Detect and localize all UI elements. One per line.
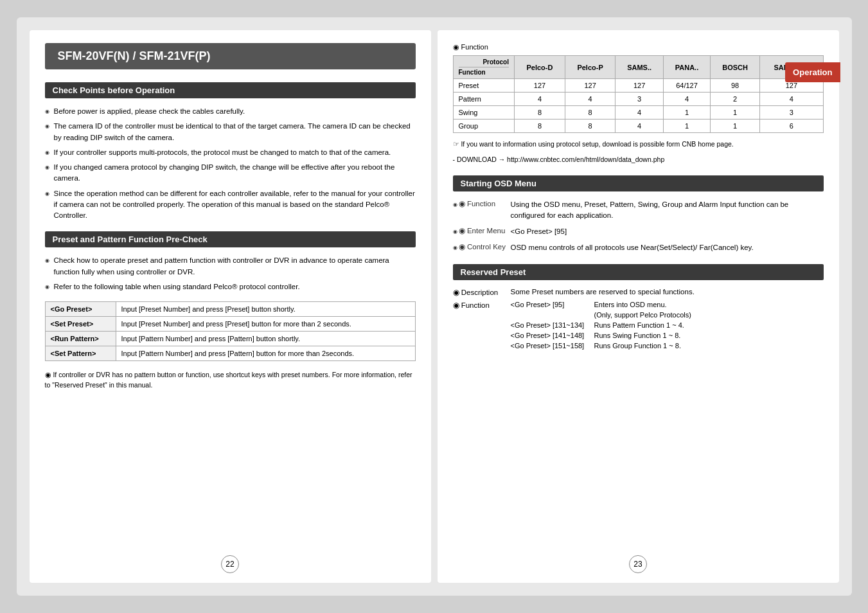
- reserved-val: Runs Pattern Function 1 ~ 4.: [594, 321, 824, 329]
- table-cell: 4: [616, 106, 664, 120]
- osd-enter-label: ◉ Enter Menu: [453, 226, 511, 237]
- osd-control-content: OSD menu controls of all protocols use N…: [511, 242, 824, 253]
- col-pelco-p: Pelco-P: [565, 56, 615, 79]
- list-item: Check how to operate preset and pattern …: [45, 255, 416, 278]
- row-name: Group: [453, 120, 514, 133]
- osd-enter-content: <Go Preset> [95]: [511, 226, 824, 237]
- page-header: SFM-20VF(N) / SFM-21VF(P): [45, 43, 416, 69]
- table-cell: 127: [616, 79, 664, 93]
- reserved-section: Reserved Preset ◉ Description Some Prese…: [453, 264, 824, 352]
- table-header-row: Protocol Function Pelco-D Pelco-P SAMS..…: [453, 56, 823, 79]
- reserved-func-content: <Go Preset> [95] Enters into OSD menu. (…: [511, 301, 824, 352]
- table-cell: <Go Preset>: [45, 302, 116, 317]
- page-title: SFM-20VF(N) / SFM-21VF(P): [58, 49, 211, 62]
- osd-row-control-key: ◉ Control Key OSD menu controls of all p…: [453, 242, 824, 253]
- table-cell: Input [Preset Number] and press [Preset]…: [116, 317, 415, 332]
- reserved-val: Enters into OSD menu.: [594, 301, 824, 308]
- table-cell: Input [Preset Number] and press [Preset]…: [116, 302, 415, 317]
- reserved-inner-4: <Go Preset> [151~158] Runs Group Functio…: [511, 342, 824, 350]
- table-cell: <Set Preset>: [45, 317, 116, 332]
- reserved-key: [511, 311, 594, 319]
- reserved-func-row: ◉ Function <Go Preset> [95] Enters into …: [453, 301, 824, 352]
- osd-row-enter-menu: ◉ Enter Menu <Go Preset> [95]: [453, 226, 824, 237]
- check-points-heading: Check Points before Operation: [45, 82, 416, 98]
- list-item: The camera ID of the controller must be …: [45, 121, 416, 143]
- preset-note: ◉ If controller or DVR has no pattern bu…: [45, 370, 416, 391]
- table-cell: 127: [514, 79, 565, 93]
- col-pelco-d: Pelco-D: [514, 56, 565, 79]
- page-number-left: 22: [221, 555, 239, 573]
- table-cell: 4: [664, 93, 711, 106]
- page-number-right: 23: [629, 555, 647, 573]
- table-row: <Run Pattern> Input [Pattern Number] and…: [45, 332, 415, 346]
- table-row: Pattern 4 4 3 4 2 4: [453, 93, 823, 106]
- osd-row-function: ◉ Function Using the OSD menu, Preset, P…: [453, 199, 824, 222]
- protocol-label: Protocol: [459, 58, 509, 66]
- preset-pattern-heading: Preset and Pattern Function Pre-Check: [45, 231, 416, 247]
- table-cell: 4: [514, 93, 565, 106]
- list-item: If you changed camera protocol by changi…: [45, 162, 416, 184]
- table-row: <Set Preset> Input [Preset Number] and p…: [45, 317, 415, 332]
- list-item: Before power is applied, please check th…: [45, 106, 416, 117]
- table-cell: 1: [710, 106, 759, 120]
- function-label: ◉ Function: [453, 43, 824, 51]
- page-container: SFM-20VF(N) / SFM-21VF(P) Check Points b…: [17, 17, 852, 596]
- table-row: Preset 127 127 127 64/127 98 127: [453, 79, 823, 93]
- function-table: Protocol Function Pelco-D Pelco-P SAMS..…: [453, 55, 824, 133]
- osd-function-content: Using the OSD menu, Preset, Pattern, Swi…: [511, 199, 824, 222]
- osd-function-label: ◉ Function: [453, 199, 511, 222]
- table-row: Group 8 8 4 1 1 6: [453, 120, 823, 133]
- osd-control-label: ◉ Control Key: [453, 242, 511, 253]
- table-row: <Go Preset> Input [Preset Number] and pr…: [45, 302, 415, 317]
- table-cell: 8: [514, 120, 565, 133]
- row-name: Pattern: [453, 93, 514, 106]
- check-points-list: Before power is applied, please check th…: [45, 106, 416, 221]
- table-cell: 127: [565, 79, 615, 93]
- reserved-desc-row: ◉ Description Some Preset numbers are re…: [453, 288, 824, 297]
- row-name: Preset: [453, 79, 514, 93]
- reserved-func-label: ◉ Function: [453, 301, 511, 310]
- reserved-key: <Go Preset> [95]: [511, 301, 594, 308]
- reserved-val: Runs Group Function 1 ~ 8.: [594, 342, 824, 350]
- check-points-section: Check Points before Operation Before pow…: [45, 82, 416, 221]
- table-cell: 8: [565, 120, 615, 133]
- reserved-inner-3: <Go Preset> [141~148] Runs Swing Functio…: [511, 332, 824, 339]
- table-cell: Input [Pattern Number] and press [Patter…: [116, 346, 415, 361]
- reserved-desc-label: ◉ Description: [453, 288, 511, 297]
- table-cell: 4: [616, 120, 664, 133]
- reserved-heading: Reserved Preset: [453, 264, 824, 280]
- reserved-key: <Go Preset> [151~158]: [511, 342, 594, 350]
- preset-pattern-list: Check how to operate preset and pattern …: [45, 255, 416, 292]
- table-cell: 3: [760, 106, 823, 120]
- reserved-key: <Go Preset> [141~148]: [511, 332, 594, 339]
- function-section: ◉ Function Protocol Function Pelco-D Pel…: [453, 43, 824, 165]
- table-cell: 64/127: [664, 79, 711, 93]
- right-page: Operation ◉ Function Protocol Function P…: [438, 30, 839, 583]
- col-bosch: BOSCH: [710, 56, 759, 79]
- table-cell: 2: [710, 93, 759, 106]
- preset-pattern-section: Preset and Pattern Function Pre-Check Ch…: [45, 231, 416, 390]
- table-cell: 4: [760, 93, 823, 106]
- osd-section: Starting OSD Menu ◉ Function Using the O…: [453, 175, 824, 254]
- col-sams: SAMS..: [616, 56, 664, 79]
- function-note-line1: ☞ If you want to information using proto…: [453, 139, 824, 150]
- reserved-inner-0: <Go Preset> [95] Enters into OSD menu.: [511, 301, 824, 308]
- table-cell: 98: [710, 79, 759, 93]
- operation-tab: Operation: [785, 62, 840, 82]
- table-cell: 3: [616, 93, 664, 106]
- function-label-cell: Function: [459, 69, 509, 76]
- reserved-inner-1: (Only, support Pelco Protocols): [511, 311, 824, 319]
- table-row: Swing 8 8 4 1 1 3: [453, 106, 823, 120]
- reserved-val: (Only, support Pelco Protocols): [594, 311, 824, 319]
- reserved-desc-content: Some Preset numbers are reserved to spec…: [511, 288, 824, 296]
- table-cell: 4: [565, 93, 615, 106]
- preset-commands-table: <Go Preset> Input [Preset Number] and pr…: [45, 301, 416, 361]
- table-cell: 8: [514, 106, 565, 120]
- osd-heading: Starting OSD Menu: [453, 175, 824, 191]
- reserved-val: Runs Swing Function 1 ~ 8.: [594, 332, 824, 339]
- table-cell: 1: [664, 106, 711, 120]
- table-cell: 6: [760, 120, 823, 133]
- function-note-line2: - DOWNLOAD → http://www.cnbtec.com/en/ht…: [453, 155, 824, 165]
- table-row: <Set Pattern> Input [Pattern Number] and…: [45, 346, 415, 361]
- table-cell: <Run Pattern>: [45, 332, 116, 346]
